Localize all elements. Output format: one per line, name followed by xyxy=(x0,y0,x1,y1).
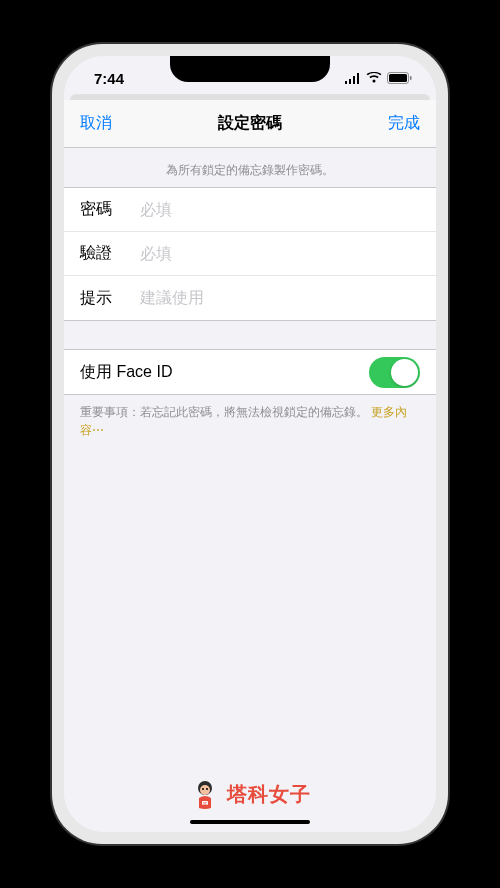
svg-point-5 xyxy=(202,788,204,790)
password-row: 密碼 xyxy=(64,188,436,232)
toggle-knob xyxy=(391,359,418,386)
svg-rect-1 xyxy=(389,74,407,82)
status-right xyxy=(344,72,412,84)
svg-point-6 xyxy=(206,788,208,790)
watermark: 3C 塔科女子 xyxy=(189,778,311,810)
content-area: 為所有鎖定的備忘錄製作密碼。 密碼 驗證 提示 使用 Face ID xyxy=(64,148,436,832)
verify-label: 驗證 xyxy=(80,243,140,264)
faceid-row: 使用 Face ID xyxy=(64,350,436,394)
phone-screen: 7:44 取消 設定密碼 完成 為所有鎖定的備忘錄製作密碼。 xyxy=(64,56,436,832)
home-indicator[interactable] xyxy=(190,820,310,824)
watermark-text: 塔科女子 xyxy=(227,781,311,808)
hint-row: 提示 xyxy=(64,276,436,320)
section-header: 為所有鎖定的備忘錄製作密碼。 xyxy=(64,148,436,187)
hint-label: 提示 xyxy=(80,288,140,309)
hint-input[interactable] xyxy=(140,289,420,307)
svg-rect-2 xyxy=(410,76,412,80)
battery-icon xyxy=(387,72,412,84)
nav-bar: 取消 設定密碼 完成 xyxy=(64,100,436,148)
footer-note-text: 重要事項：若忘記此密碼，將無法檢視鎖定的備忘錄。 xyxy=(80,405,371,419)
faceid-label: 使用 Face ID xyxy=(80,362,172,383)
cancel-button[interactable]: 取消 xyxy=(80,113,112,134)
password-form-group: 密碼 驗證 提示 xyxy=(64,187,436,321)
wifi-icon xyxy=(366,72,382,84)
verify-input[interactable] xyxy=(140,245,420,263)
phone-frame: 7:44 取消 設定密碼 完成 為所有鎖定的備忘錄製作密碼。 xyxy=(52,44,448,844)
signal-icon xyxy=(344,73,361,84)
faceid-toggle[interactable] xyxy=(369,357,420,388)
verify-row: 驗證 xyxy=(64,232,436,276)
faceid-group: 使用 Face ID xyxy=(64,349,436,395)
password-label: 密碼 xyxy=(80,199,140,220)
notch xyxy=(170,56,330,82)
password-input[interactable] xyxy=(140,201,420,219)
watermark-icon: 3C xyxy=(189,778,221,810)
status-time: 7:44 xyxy=(94,70,124,87)
done-button[interactable]: 完成 xyxy=(388,113,420,134)
svg-point-4 xyxy=(200,785,210,795)
nav-title: 設定密碼 xyxy=(218,113,282,134)
footer-note: 重要事項：若忘記此密碼，將無法檢視鎖定的備忘錄。 更多內容⋯ xyxy=(64,395,436,447)
